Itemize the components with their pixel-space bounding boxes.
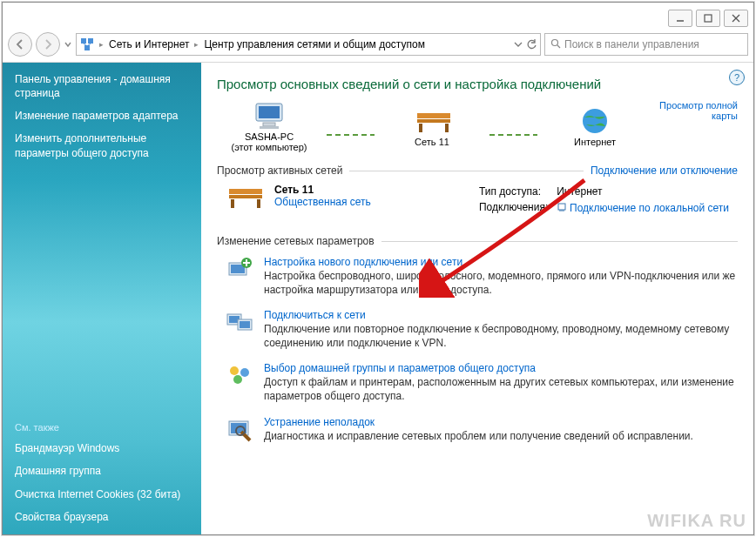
active-network-row: Сеть 11 Общественная сеть Тип доступа: И… — [217, 180, 738, 223]
svg-rect-23 — [257, 199, 260, 208]
network-center-icon — [80, 37, 94, 51]
svg-rect-5 — [88, 38, 93, 44]
search-placeholder: Поиск в панели управления — [564, 38, 699, 50]
svg-rect-12 — [259, 106, 280, 118]
full-map-link[interactable]: Просмотр полной карты — [654, 100, 738, 121]
svg-point-38 — [240, 368, 249, 377]
svg-point-39 — [233, 375, 242, 384]
network-name: Сеть 11 — [274, 184, 371, 196]
forward-button[interactable] — [36, 32, 60, 57]
svg-rect-4 — [81, 38, 86, 44]
sidebar-link-adapter-settings[interactable]: Изменение параметров адаптера — [15, 109, 189, 123]
new-connection-icon — [226, 256, 253, 282]
svg-rect-20 — [229, 189, 262, 194]
setting-desc: Доступ к файлам и принтерам, расположенн… — [264, 376, 738, 403]
access-type-value: Интернет — [557, 185, 736, 199]
svg-rect-18 — [445, 124, 449, 132]
setting-desc: Настройка беспроводного, широкополосного… — [264, 270, 738, 297]
sidebar-link-browser[interactable]: Свойства браузера — [15, 510, 189, 524]
page-title: Просмотр основных сведений о сети и наст… — [217, 77, 738, 91]
setting-title-connect[interactable]: Подключиться к сети — [264, 309, 366, 321]
svg-rect-16 — [417, 119, 450, 123]
svg-rect-1 — [705, 15, 712, 22]
refresh-icon[interactable] — [526, 39, 537, 50]
minimize-button[interactable] — [668, 10, 692, 27]
setting-connect-network: Подключиться к сети Подключение или повт… — [217, 304, 738, 357]
search-input[interactable]: Поиск в панели управления — [544, 33, 748, 56]
access-type-label: Тип доступа: — [479, 185, 555, 199]
breadcrumb-network[interactable]: Сеть и Интернет — [109, 38, 189, 50]
connections-label: Подключения: — [479, 201, 555, 216]
map-item-pc: SASHA-PC (этот компьютер) — [217, 100, 321, 152]
map-pc-name: SASHA-PC — [245, 131, 294, 142]
svg-rect-14 — [260, 126, 279, 129]
sidebar-link-cookies[interactable]: Очистка Internet Cookies (32 бита) — [15, 487, 189, 501]
content-area: ? Просмотр основных сведений о сети и на… — [201, 63, 753, 534]
chevron-down-icon[interactable] — [514, 39, 523, 50]
bench-icon — [414, 105, 450, 137]
close-button[interactable] — [724, 10, 748, 27]
svg-point-9 — [552, 39, 558, 45]
setting-desc: Подключение или повторное подключение к … — [264, 323, 738, 350]
map-network-name: Сеть 11 — [415, 137, 449, 147]
svg-rect-13 — [263, 123, 275, 126]
svg-rect-22 — [231, 199, 234, 208]
sidebar-link-firewall[interactable]: Брандмауэр Windows — [15, 441, 189, 455]
svg-rect-24 — [558, 204, 565, 210]
setting-new-connection: Настройка нового подключения или сети На… — [217, 251, 738, 304]
ethernet-icon — [557, 204, 570, 213]
connect-network-icon — [226, 309, 253, 335]
history-dropdown-icon[interactable] — [64, 34, 72, 55]
setting-desc: Диагностика и исправление сетевых пробле… — [264, 430, 693, 444]
chevron-right-icon: ▸ — [98, 40, 105, 49]
chevron-right-icon: ▸ — [192, 40, 200, 49]
setting-troubleshoot: Устранение неполадок Диагностика и испра… — [217, 411, 738, 451]
settings-list: Настройка нового подключения или сети На… — [217, 251, 738, 450]
map-internet-label: Интернет — [574, 137, 616, 147]
network-type-link[interactable]: Общественная сеть — [274, 196, 371, 208]
connection-link[interactable]: Подключение по локальной сети — [570, 202, 729, 214]
svg-point-19 — [583, 109, 607, 133]
svg-rect-17 — [419, 124, 422, 132]
setting-homegroup: Выбор домашней группы и параметров общег… — [217, 357, 738, 410]
sidebar-title[interactable]: Панель управления - домашняя страница — [15, 73, 189, 100]
sidebar-link-sharing-settings[interactable]: Изменить дополнительные параметры общего… — [15, 131, 189, 159]
arrow-left-icon — [15, 39, 25, 50]
breadcrumb-center[interactable]: Центр управления сетями и общим доступом — [204, 38, 425, 50]
setting-title-new-connection[interactable]: Настройка нового подключения или сети — [264, 256, 462, 268]
arrow-right-icon — [43, 39, 53, 50]
pc-icon — [251, 100, 287, 131]
troubleshoot-icon — [226, 416, 253, 442]
connect-disconnect-link[interactable]: Подключение или отключение — [591, 164, 738, 177]
maximize-button[interactable] — [696, 10, 720, 27]
svg-rect-36 — [240, 321, 250, 328]
map-item-network: Сеть 11 — [380, 105, 484, 147]
search-icon — [550, 38, 561, 51]
back-button[interactable] — [8, 32, 32, 57]
svg-point-37 — [230, 366, 239, 375]
network-map: SASHA-PC (этот компьютер) Сеть 11 — [217, 100, 738, 152]
minimize-icon — [676, 14, 685, 23]
help-icon[interactable]: ? — [729, 70, 745, 85]
svg-rect-21 — [229, 195, 262, 198]
map-pc-sub: (этот компьютер) — [231, 142, 307, 152]
settings-header: Изменение сетевых параметров — [217, 235, 738, 247]
body: Панель управления - домашняя страница Из… — [3, 62, 753, 534]
svg-line-10 — [557, 45, 560, 48]
sidebar: Панель управления - домашняя страница Из… — [3, 63, 201, 534]
breadcrumb[interactable]: ▸ Сеть и Интернет ▸ Центр управления сет… — [76, 33, 541, 56]
map-connector — [327, 134, 375, 136]
map-item-internet: Интернет — [543, 105, 647, 147]
watermark: WIFIKA RU — [647, 511, 746, 531]
setting-title-troubleshoot[interactable]: Устранение неполадок — [264, 416, 375, 428]
sidebar-link-homegroup[interactable]: Домашняя группа — [15, 464, 189, 478]
window-frame: ▸ Сеть и Интернет ▸ Центр управления сет… — [2, 2, 754, 535]
titlebar — [3, 3, 753, 30]
homegroup-icon — [226, 362, 253, 388]
close-icon — [732, 14, 740, 23]
active-networks-header: Просмотр активных сетей Подключение или … — [217, 164, 738, 177]
globe-icon — [577, 105, 613, 137]
setting-title-homegroup[interactable]: Выбор домашней группы и параметров общег… — [264, 362, 536, 374]
svg-rect-15 — [417, 113, 450, 118]
maximize-icon — [704, 14, 712, 23]
